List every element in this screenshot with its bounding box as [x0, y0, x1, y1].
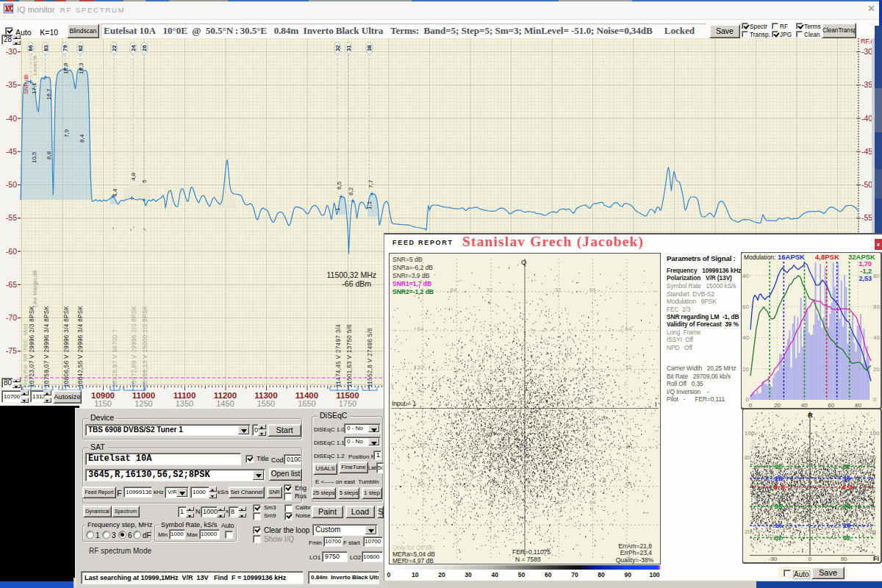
svg-text:10926,97 V 56700 ?: 10926,97 V 56700 ? — [112, 329, 118, 387]
svg-text:SNRa=-6,2 dB: SNRa=-6,2 dB — [392, 264, 433, 271]
svg-text:11474,45 V 27497 3/4: 11474,45 V 27497 3/4 — [335, 324, 342, 387]
svg-text:83: 83 — [43, 45, 49, 51]
svg-text:-60: -60 — [6, 247, 17, 256]
svg-text:1,70: 1,70 — [858, 260, 872, 268]
svg-text:80: 80 — [870, 454, 876, 461]
svg-text:8,8: 8,8 — [46, 151, 52, 159]
svg-text:70: 70 — [571, 571, 578, 578]
svg-text:20: 20 — [438, 571, 445, 578]
svg-text:R: R — [808, 411, 813, 419]
svg-text:16: 16 — [775, 522, 782, 529]
svg-text:16: 16 — [843, 522, 850, 529]
svg-text:Freq Pol SR FEC Mod: Freq Pol SR FEC Mod — [22, 324, 29, 387]
svg-text:32: 32 — [775, 534, 782, 542]
svg-text:FER=0,11075: FER=0,11075 — [512, 548, 551, 556]
svg-text:40: 40 — [492, 571, 499, 578]
svg-text:10: 10 — [412, 571, 419, 578]
svg-text:86: 86 — [27, 45, 34, 51]
svg-text:80: 80 — [855, 402, 861, 409]
svg-text:1750: 1750 — [339, 399, 356, 408]
svg-text:5: 5 — [141, 179, 148, 183]
svg-text:7,9: 7,9 — [63, 129, 70, 137]
svg-text:64: 64 — [625, 326, 632, 332]
svg-text:20: 20 — [742, 366, 749, 373]
svg-text:90: 90 — [841, 556, 847, 562]
svg-text:1250: 1250 — [135, 399, 152, 408]
svg-text:40: 40 — [742, 334, 749, 341]
svg-text:SNR,dB: SNR,dB — [23, 74, 29, 94]
svg-text:30: 30 — [465, 571, 472, 578]
svg-text:-75: -75 — [6, 346, 17, 355]
svg-text:40: 40 — [801, 402, 808, 409]
svg-text:ErrPh=23,4: ErrPh=23,4 — [620, 549, 653, 556]
svg-text:20: 20 — [745, 528, 751, 535]
svg-text:80: 80 — [742, 273, 749, 279]
svg-text:6,2: 6,2 — [348, 187, 354, 196]
svg-text:32: 32 — [625, 364, 632, 370]
svg-text:16,3: 16,3 — [78, 62, 85, 74]
svg-text:4 8: 4 8 — [842, 484, 853, 491]
svg-text:16: 16 — [775, 475, 782, 482]
svg-text:22: 22 — [111, 45, 118, 51]
svg-text:4,8: 4,8 — [130, 172, 137, 181]
svg-text:-30: -30 — [6, 47, 17, 56]
svg-text:Fi: Fi — [873, 555, 879, 562]
svg-text:20: 20 — [870, 528, 876, 535]
svg-text:MERr=4,97 dB: MERr=4,97 dB — [392, 557, 434, 564]
svg-text:64: 64 — [417, 326, 424, 332]
svg-text:32: 32 — [775, 463, 782, 470]
svg-text:4,8PSK: 4,8PSK — [815, 253, 839, 261]
svg-text:11501,63 V 13750 5/6: 11501,63 V 13750 5/6 — [346, 324, 353, 387]
svg-text:100: 100 — [745, 430, 755, 437]
svg-text:1150: 1150 — [94, 399, 112, 408]
svg-text:60: 60 — [545, 571, 552, 578]
svg-text:80: 80 — [873, 273, 880, 279]
svg-text:16,7: 16,7 — [46, 88, 52, 100]
svg-text:Quality=-38%: Quality=-38% — [616, 556, 654, 564]
svg-text:-66 dBm: -66 dBm — [342, 279, 371, 288]
svg-text:15,8: 15,8 — [62, 62, 69, 74]
svg-text:32: 32 — [417, 364, 424, 370]
svg-text:17,1: 17,1 — [31, 82, 37, 94]
svg-text:16APSK: 16APSK — [778, 253, 805, 261]
svg-text:32: 32 — [843, 534, 850, 542]
svg-text:Level,%: Level,% — [32, 55, 38, 75]
svg-text:0: 0 — [387, 571, 391, 578]
svg-text:SNRr=3,9 dB: SNRr=3,9 dB — [392, 272, 430, 279]
svg-text:SNR2=-1,2 dB: SNR2=-1,2 dB — [392, 288, 434, 295]
svg-text:50: 50 — [518, 571, 526, 578]
svg-text:80: 80 — [745, 454, 751, 461]
svg-text:24: 24 — [130, 45, 137, 51]
svg-text:-55: -55 — [6, 213, 17, 222]
svg-text:32: 32 — [843, 463, 850, 470]
svg-text:-45: -45 — [6, 147, 17, 156]
svg-text:1550: 1550 — [257, 399, 275, 408]
svg-text:10842,55 V 29996 3/4 8PSK: 10842,55 V 29996 3/4 8PSK — [77, 305, 84, 387]
svg-text:1: 1 — [334, 207, 341, 211]
svg-text:82: 82 — [77, 45, 84, 51]
svg-text:-35: -35 — [6, 80, 17, 89]
svg-text:1650: 1650 — [298, 399, 315, 408]
svg-text:32: 32 — [843, 503, 850, 510]
svg-text:100: 100 — [870, 430, 880, 437]
svg-text:60: 60 — [742, 304, 749, 310]
svg-text:4,4: 4,4 — [112, 188, 118, 197]
svg-text:0: 0 — [808, 556, 812, 562]
svg-text:100: 100 — [649, 571, 659, 578]
svg-text:32: 32 — [625, 442, 632, 448]
svg-text:6,5: 6,5 — [336, 181, 343, 190]
svg-text:40: 40 — [873, 334, 880, 341]
svg-text:90: 90 — [625, 571, 632, 578]
svg-text:-65: -65 — [6, 280, 17, 289]
svg-text:4 8: 4 8 — [774, 484, 785, 491]
svg-text:31: 31 — [345, 45, 352, 51]
svg-text:10806,56 V 29996 3/4 8PSK: 10806,56 V 29996 3/4 8PSK — [63, 305, 70, 387]
svg-text:26: 26 — [141, 45, 148, 51]
svg-text:10972,89 V 29996 2/3 8PSK: 10972,89 V 29996 2/3 8PSK — [131, 305, 137, 387]
svg-text:10723,07 V 29996 2/3 8PSK: 10723,07 V 29996 2/3 8PSK — [29, 305, 35, 387]
svg-text:10,5: 10,5 — [31, 151, 37, 163]
svg-text:20: 20 — [873, 366, 880, 373]
svg-text:32: 32 — [775, 503, 782, 510]
svg-text:-90: -90 — [769, 556, 778, 562]
svg-text:2,53: 2,53 — [858, 275, 872, 282]
